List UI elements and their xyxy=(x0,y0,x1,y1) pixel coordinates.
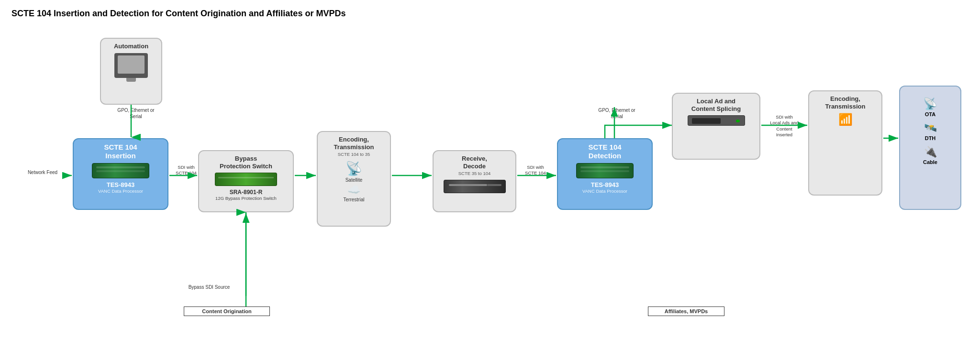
detection-label: SCTE 104Detection xyxy=(588,143,621,160)
dth-label: DTH xyxy=(923,135,937,141)
local-ad-device xyxy=(688,115,745,126)
insertion-device-sublabel: VANC Data Processor xyxy=(98,188,143,194)
receive-box: Receive,Decode SCTE 35 to 104 xyxy=(433,150,516,212)
affiliates-label: Affiliates, MVPDs xyxy=(648,306,724,316)
encoding-left-box: Encoding,Transmission SCTE 104 to 35 📡 S… xyxy=(317,131,391,227)
monitor-icon xyxy=(114,53,148,78)
local-ad-box: Local Ad andContent Splicing xyxy=(672,93,760,160)
local-ad-connection-label: SDI withLocal Ads and ContentInserted xyxy=(763,114,806,138)
automation-label: Automation xyxy=(114,43,148,50)
terrestrial-label: Terrestrial xyxy=(344,197,365,202)
sdi-scte104-right-label: SDI withSCTE 104 xyxy=(521,164,550,176)
bypass-device-label: SRA-8901-R xyxy=(230,189,263,196)
sdi-scte104-left-label: SDI withSCTE 104 xyxy=(172,164,200,176)
bypass-label: BypassProtection Switch xyxy=(220,155,272,170)
output-items: 📡 OTA 🛰️ DTH 🔌 Cable xyxy=(923,95,937,165)
insertion-label: SCTE 104Insertion xyxy=(104,143,137,160)
diagram-area: Automation GPO, Ethernet or Serial SCTE … xyxy=(11,23,969,329)
encoding-left-label: Encoding,Transmission xyxy=(334,136,374,151)
content-origination-label: Content Origination xyxy=(184,306,270,316)
cable-icon: 🔌 xyxy=(923,146,937,158)
satellite-label: Satellite xyxy=(345,177,363,183)
bypass-box: BypassProtection Switch SRA-8901-R 12G B… xyxy=(198,150,294,212)
ota-icon: 📡 xyxy=(923,97,937,110)
dth-icon: 🛰️ xyxy=(923,122,937,134)
detection-connection-label: GPO, Ethernet or Serial xyxy=(595,107,638,120)
receive-sublabel: SCTE 35 to 104 xyxy=(458,171,491,176)
receive-label: Receive,Decode xyxy=(462,155,487,170)
automation-box: Automation xyxy=(100,38,162,105)
receive-device xyxy=(444,180,506,193)
bypass-device-sublabel: 12G Bypass Protection Switch xyxy=(215,196,277,201)
cable-label: Cable xyxy=(923,159,937,165)
encoding-right-label: Encoding,Transmission xyxy=(825,95,866,110)
network-feed-label: Network Feed xyxy=(21,169,64,175)
output-area: 📡 OTA 🛰️ DTH 🔌 Cable xyxy=(899,86,961,210)
insertion-device-label: TES-8943 xyxy=(107,181,135,188)
cloud-icon: ☁️ xyxy=(347,184,360,196)
page-title: SCTE 104 Insertion and Detection for Con… xyxy=(11,9,969,19)
bypass-sdi-label: Bypass SDI Source xyxy=(188,284,231,290)
ota-label: OTA xyxy=(923,111,937,117)
local-ad-label: Local Ad andContent Splicing xyxy=(691,98,741,112)
bypass-device xyxy=(215,173,277,186)
satellite-icon: 📡 xyxy=(345,161,362,176)
monitor-screen xyxy=(118,55,145,74)
detection-device-label: TES-8943 xyxy=(591,181,619,188)
detection-device xyxy=(576,163,634,178)
encoding-left-sublabel: SCTE 104 to 35 xyxy=(338,152,370,157)
detection-device-sublabel: VANC Data Processor xyxy=(582,188,627,194)
insertion-device xyxy=(92,163,149,178)
insertion-box: SCTE 104Insertion TES-8943 VANC Data Pro… xyxy=(73,138,168,210)
detection-box: SCTE 104Detection TES-8943 VANC Data Pro… xyxy=(557,138,653,210)
tower-icon: 📶 xyxy=(838,113,853,126)
encoding-right-box: Encoding,Transmission 📶 xyxy=(808,90,882,196)
page: SCTE 104 Insertion and Detection for Con… xyxy=(0,0,980,339)
automation-connection-label: GPO, Ethernet or Serial xyxy=(114,107,157,120)
